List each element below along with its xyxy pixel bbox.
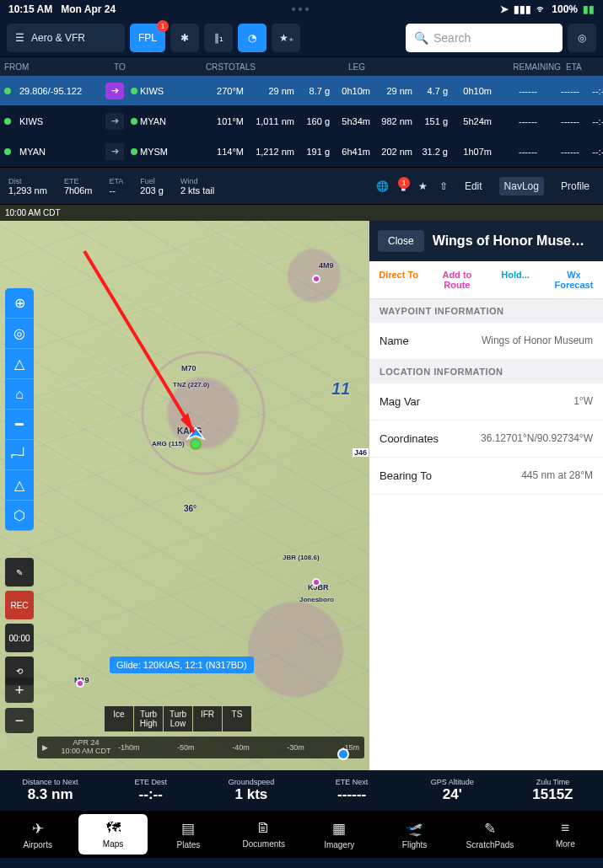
sum-eta-lbl: ETA	[110, 177, 124, 185]
airport-marker[interactable]	[76, 676, 93, 693]
arrow-icon: ➔	[105, 113, 124, 130]
zoom-out-button[interactable]: −	[5, 708, 34, 733]
glide-banner[interactable]: Glide: 120KIAS, 12:1 (N317BD)	[110, 656, 254, 673]
globe-icon[interactable]: 🌐	[376, 180, 389, 192]
map-lbl-jonesboro: Jonesboro	[299, 596, 334, 603]
target-icon: ◎	[578, 32, 586, 44]
send-icon[interactable]: ▮1	[401, 180, 406, 192]
airport-marker[interactable]	[312, 575, 329, 592]
fpl-row[interactable]: 29.806/-95.122 ➔ KIWS 270°M 29 nm 8.7 g …	[0, 76, 603, 106]
metric: Groundspeed1 kts	[201, 770, 301, 811]
wifi-icon: ᯤ	[536, 3, 546, 15]
time-layer-button[interactable]: TurbLow	[164, 706, 192, 731]
more-icon: ≡	[561, 820, 569, 837]
tab-airports[interactable]: ✈Airports	[0, 811, 75, 858]
tab-hold[interactable]: Hold...	[487, 261, 545, 298]
map-lbl-4m9: 4M9	[319, 261, 334, 270]
layers-label: Aero & VFR	[31, 32, 85, 44]
badge-button[interactable]: ⬡	[5, 501, 34, 531]
mid-section: M19 M70 4M9 KARG ARG (115) TNZ (227.0) K…	[0, 221, 603, 770]
sum-dist: 1,293 nm	[8, 185, 47, 196]
tab-wx[interactable]: Wx Forecast	[545, 261, 603, 298]
airport-marker[interactable]	[312, 271, 329, 288]
maps-icon: 🗺	[106, 820, 121, 837]
navlog-button[interactable]: NavLog	[499, 177, 544, 196]
gps-button[interactable]: ◎	[568, 24, 596, 52]
status-bar: 10:15 AM Mon Apr 24 ••• ➤ ▮▮▮ ᯤ 100% ▮▮	[0, 0, 603, 19]
shirt-icon-button[interactable]: ⌂	[5, 379, 34, 410]
name-lbl: Name	[380, 335, 409, 347]
gear-icon: ✱	[180, 32, 189, 44]
ruler-button[interactable]: ━	[5, 410, 34, 440]
triangle-button[interactable]: △	[5, 349, 34, 379]
row-bearing: Bearing To445 nm at 28°M	[369, 458, 603, 495]
flights-icon: 🛫	[406, 820, 423, 838]
signal-icon: ▮▮▮	[514, 3, 531, 15]
fpl-badge: 1	[157, 20, 169, 32]
time-now-handle[interactable]	[337, 748, 349, 760]
location-icon: ➤	[500, 3, 509, 15]
tab-maps[interactable]: 🗺Maps	[78, 814, 147, 855]
selected-waypoint-marker[interactable]	[186, 427, 202, 444]
tab-flights[interactable]: 🛫Flights	[377, 811, 452, 858]
profile-button[interactable]: Profile	[556, 177, 595, 196]
close-button[interactable]: Close	[378, 230, 424, 252]
tab-scratchpads[interactable]: ✎ScratchPads	[452, 811, 527, 858]
edit-button[interactable]: Edit	[460, 177, 487, 196]
favorite-button[interactable]: ★₊	[272, 24, 300, 52]
tab-add-route[interactable]: Add to Route	[428, 261, 486, 298]
profile-button[interactable]: ⌐┘	[5, 440, 34, 470]
brg-val: 445 nm at 28°M	[521, 469, 593, 482]
sum-fuel-lbl: Fuel	[140, 177, 164, 185]
fpl-row[interactable]: MYAN ➔ MYSM 114°M 1,212 nm 191 g 6h41m 2…	[0, 137, 603, 167]
metric: ETE Dest--:--	[100, 770, 201, 811]
summary-bar: Dist1,293 nm ETE7h06m ETA-- Fuel203 g Wi…	[0, 167, 603, 204]
time-layer-button[interactable]: TurbHigh	[134, 706, 163, 731]
time-layer-button[interactable]: TS	[223, 706, 251, 731]
terrain-button[interactable]: △	[5, 470, 34, 501]
time-tick: -1h0m	[118, 743, 140, 752]
tab-more[interactable]: ≡More	[528, 811, 603, 858]
name-val: Wings of Honor Museum	[482, 335, 593, 347]
col-from: FROM	[4, 62, 55, 72]
time-layer-button[interactable]: Ice	[105, 706, 133, 731]
map-extra-toolbar: ✎ REC 00:00 ⟲	[5, 558, 34, 685]
rec-button[interactable]: REC	[5, 591, 34, 619]
row-coords: Coordinates36.12701°N/90.92734°W	[369, 421, 603, 458]
play-icon[interactable]: ▶	[42, 743, 48, 752]
mag-lbl: Mag Var	[380, 395, 420, 408]
time-slider[interactable]: IceTurbHighTurbLowIFRTS ▶ APR 2410:00 AM…	[37, 706, 364, 765]
share-icon[interactable]: ⇧	[439, 180, 448, 192]
multitask-dots-icon[interactable]: •••	[292, 3, 312, 16]
fpl-button[interactable]: FPL 1	[130, 24, 165, 52]
tab-imagery[interactable]: ▦Imagery	[302, 811, 377, 858]
tab-documents[interactable]: 🗎Documents	[226, 811, 301, 858]
settings-button[interactable]: ✱	[170, 24, 199, 52]
section-location: LOCATION INFORMATION	[369, 360, 603, 383]
map-time-stamp: 10:00 AM CDT	[0, 204, 603, 221]
compass-button[interactable]: ◎	[5, 319, 34, 349]
time-layer-button[interactable]: IFR	[193, 706, 222, 731]
star-icon[interactable]: ★	[418, 180, 428, 192]
clock-button[interactable]: 00:00	[5, 624, 34, 652]
layers-button[interactable]: ☰ Aero & VFR	[7, 24, 125, 52]
altitude-button[interactable]: ∥₁	[204, 24, 233, 52]
tab-plates[interactable]: ▤Plates	[151, 811, 226, 858]
send-badge: 1	[398, 177, 410, 189]
imagery-icon: ▦	[332, 820, 346, 838]
fpl-row[interactable]: KIWS ➔ MYAN 101°M 1,011 nm 160 g 5h34m 9…	[0, 106, 603, 137]
col-crs: CRS	[181, 62, 223, 72]
timer-button[interactable]: ◔	[238, 24, 267, 52]
svg-point-0	[191, 439, 201, 449]
metric: Zulu Time1515Z	[503, 770, 603, 811]
timebar-time: 10:00 AM CDT	[59, 747, 113, 756]
zoom-in-button[interactable]: +	[5, 678, 34, 703]
fpl-label: FPL	[138, 32, 157, 44]
brush-button[interactable]: ✎	[5, 558, 34, 587]
map-canvas[interactable]: M19 M70 4M9 KARG ARG (115) TNZ (227.0) K…	[0, 221, 369, 770]
center-button[interactable]: ⊕	[5, 288, 34, 319]
map-lbl-lat36: 36°	[184, 504, 197, 513]
search-input[interactable]: 🔍 Search	[406, 24, 563, 52]
tab-direct-to[interactable]: Direct To	[369, 261, 428, 298]
sum-eta: --	[110, 185, 124, 196]
